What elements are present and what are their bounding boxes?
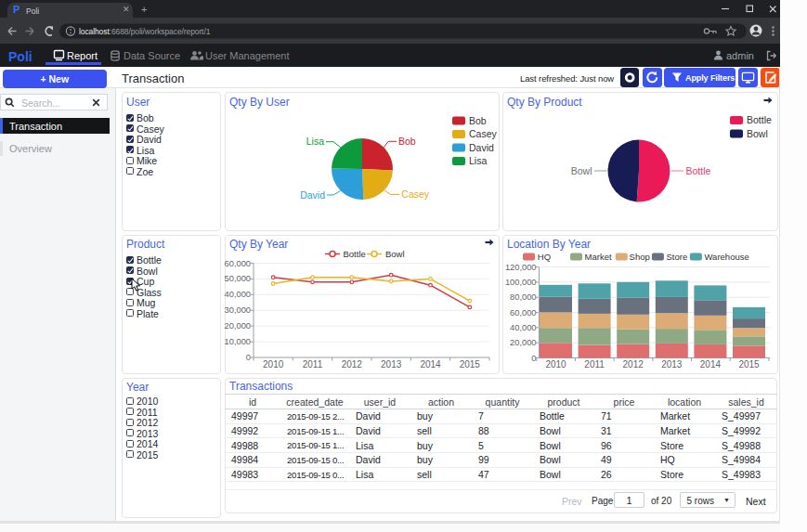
svg-text:30,000: 30,000 [225,305,251,315]
svg-text:80,000: 80,000 [510,292,536,302]
svg-text:2012: 2012 [623,359,644,370]
svg-text:20,000: 20,000 [225,321,251,331]
svg-text:Lisa: Lisa [306,136,324,147]
svg-text:2014: 2014 [420,359,441,370]
svg-text:60,000: 60,000 [225,259,251,268]
svg-text:2013: 2013 [661,359,683,370]
svg-text:Store: Store [667,252,688,262]
svg-text:2015: 2015 [738,359,760,370]
svg-text:Warehouse: Warehouse [705,252,749,262]
svg-text:2014: 2014 [700,359,722,370]
svg-text:60,000: 60,000 [510,308,536,318]
svg-text:Bowl: Bowl [385,249,405,259]
svg-text:100,000: 100,000 [505,278,537,287]
svg-text:40,000: 40,000 [225,290,251,299]
svg-text:2015: 2015 [460,359,481,370]
svg-text:Casey: Casey [401,188,430,200]
svg-text:0: 0 [246,353,251,362]
svg-text:Bowl: Bowl [571,165,592,176]
svg-text:Market: Market [585,252,612,262]
svg-text:120,000: 120,000 [505,263,537,272]
svg-text:2012: 2012 [342,359,363,370]
svg-text:20,000: 20,000 [510,338,536,347]
svg-text:Casey: Casey [469,128,498,139]
svg-text:2011: 2011 [584,359,605,370]
svg-text:2010: 2010 [263,359,284,370]
svg-text:10,000: 10,000 [225,337,251,346]
svg-text:2013: 2013 [381,359,402,370]
svg-text:Lisa: Lisa [469,155,487,166]
svg-text:Bob: Bob [398,136,416,147]
svg-text:Shop: Shop [630,252,650,262]
svg-text:Bob: Bob [469,115,487,126]
svg-text:40,000: 40,000 [510,323,536,332]
svg-text:2011: 2011 [303,359,323,370]
svg-text:2010: 2010 [545,359,566,370]
svg-text:Bottle: Bottle [344,249,366,259]
svg-text:David: David [469,142,494,153]
svg-text:HQ: HQ [538,252,551,262]
svg-text:50,000: 50,000 [225,274,251,283]
svg-text:Bottle: Bottle [686,165,711,176]
svg-text:Bottle: Bottle [747,114,772,125]
svg-text:Bowl: Bowl [747,128,768,139]
svg-text:David: David [300,189,325,201]
svg-text:0: 0 [531,354,536,363]
